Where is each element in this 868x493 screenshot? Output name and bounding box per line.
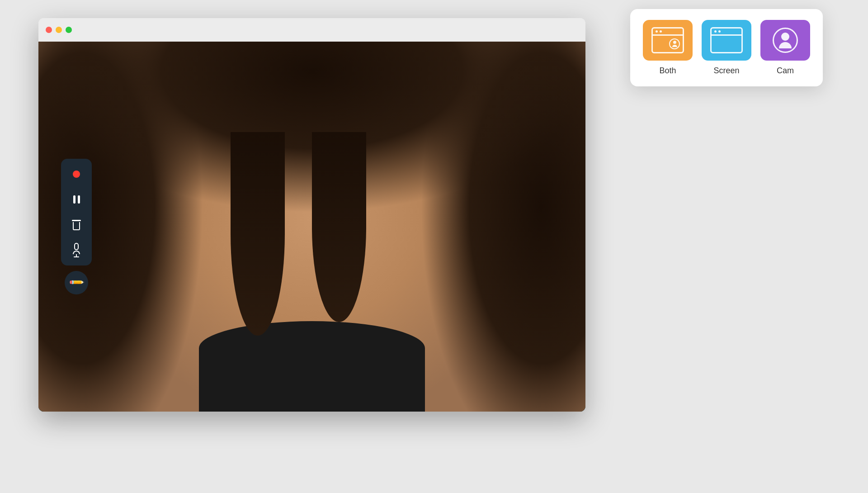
both-icon-box bbox=[643, 20, 693, 61]
screen-icon-box bbox=[702, 20, 751, 61]
mini-avatar bbox=[669, 38, 680, 49]
mic-base bbox=[74, 256, 79, 258]
trash-icon bbox=[72, 220, 81, 230]
pause-bar-left bbox=[73, 195, 75, 204]
mode-option-both[interactable]: Both bbox=[643, 20, 693, 76]
maximize-button[interactable] bbox=[66, 27, 72, 33]
cam-avatar-head bbox=[781, 33, 789, 41]
mini-avatar-body bbox=[672, 45, 677, 47]
mic-body bbox=[74, 243, 79, 250]
video-area: ✏️ bbox=[38, 42, 585, 412]
browser-dot-1 bbox=[656, 30, 658, 33]
brush-icon: ✏️ bbox=[68, 274, 85, 291]
mic-icon bbox=[73, 243, 80, 258]
trash-lid bbox=[72, 220, 81, 221]
brush-button[interactable]: ✏️ bbox=[65, 271, 88, 294]
pause-icon bbox=[73, 195, 80, 204]
cam-label: Cam bbox=[777, 66, 794, 76]
browser-bar-screen bbox=[712, 28, 741, 36]
record-stop-button[interactable] bbox=[65, 162, 88, 186]
minimize-button[interactable] bbox=[56, 27, 62, 33]
mode-popup: Both Screen Cam bbox=[630, 9, 823, 86]
trash-body bbox=[73, 222, 80, 230]
cam-avatar-icon bbox=[773, 28, 798, 53]
screen-dot-1 bbox=[714, 30, 717, 33]
both-label: Both bbox=[659, 66, 676, 76]
record-indicator bbox=[73, 171, 80, 178]
pause-bar-right bbox=[78, 195, 80, 204]
delete-button[interactable] bbox=[65, 213, 88, 237]
mic-arc bbox=[73, 251, 80, 254]
app-window: ✏️ bbox=[38, 18, 585, 412]
main-controls-group bbox=[61, 159, 92, 265]
browser-bar bbox=[653, 28, 683, 36]
hair-left bbox=[231, 132, 285, 336]
mic-button[interactable] bbox=[65, 238, 88, 262]
close-button[interactable] bbox=[46, 27, 52, 33]
mode-option-cam[interactable]: Cam bbox=[760, 20, 810, 76]
control-toolbar: ✏️ bbox=[61, 159, 92, 294]
screen-dot-2 bbox=[718, 30, 721, 33]
browser-dot-2 bbox=[660, 30, 662, 33]
shirt bbox=[199, 321, 425, 412]
mode-option-screen[interactable]: Screen bbox=[702, 20, 751, 76]
pause-button[interactable] bbox=[65, 188, 88, 211]
title-bar bbox=[38, 18, 585, 42]
hair-right bbox=[312, 132, 366, 322]
browser-only-icon bbox=[710, 27, 743, 53]
mini-avatar-head bbox=[673, 41, 676, 44]
mic-stand bbox=[73, 251, 80, 258]
cam-avatar-body bbox=[779, 42, 792, 48]
browser-with-cam-icon bbox=[651, 27, 684, 53]
webcam-feed bbox=[38, 42, 585, 412]
screen-label: Screen bbox=[713, 66, 739, 76]
cam-icon-box bbox=[760, 20, 810, 61]
